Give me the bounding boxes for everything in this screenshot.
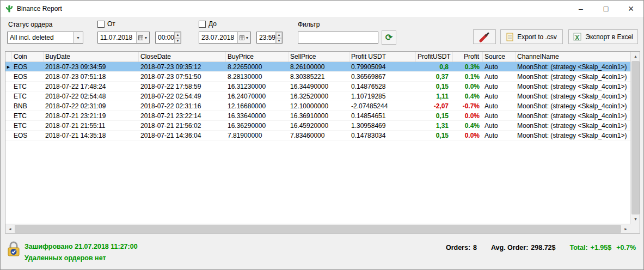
to-date-value: 23.07.2018 (199, 34, 237, 41)
column-header-profitusdt[interactable]: ProfitUSDT (416, 52, 453, 62)
to-checkbox[interactable] (199, 21, 206, 28)
table-row[interactable]: ETC2018-07-21 23:21:192018-07-21 23:22:1… (5, 111, 630, 121)
cell-profitusdt: 0,8 (416, 62, 453, 72)
cell-closedate: 2018-07-22 02:31:16 (139, 101, 226, 111)
cell-sellprice: 16.34490000 (289, 82, 349, 91)
cell-buyprice: 7.81900000 (226, 131, 289, 140)
encrypted-status-text: Зашифровано 21.07.2018 11:27:00 (24, 243, 138, 250)
chevron-down-icon: ▼ (246, 36, 249, 40)
cell-buyprice: 8.28130000 (226, 72, 289, 82)
cell-source: Auto (483, 91, 516, 101)
cell-sellprice: 16.32520000 (289, 91, 349, 101)
cell-closedate: 2018-07-21 21:56:02 (139, 121, 226, 131)
table-row[interactable]: ►EOS2018-07-23 09:34:592018-07-23 09:35:… (5, 62, 630, 72)
cell-source: Auto (483, 82, 516, 91)
cell-profitpct: -0.7% (453, 101, 483, 111)
window-title: Binance Report (17, 5, 62, 13)
close-button[interactable]: × (618, 1, 643, 17)
column-header-source[interactable]: Source (483, 52, 516, 62)
order-status-value: All incl. deleted (8, 34, 73, 41)
cell-profitusdtfull: 0.14876528 (349, 82, 416, 91)
table-row[interactable]: EOS2018-07-23 07:51:182018-07-23 07:51:5… (5, 72, 630, 82)
cell-source: Auto (483, 62, 516, 72)
order-status-combobox[interactable]: All incl. deleted ▼ (7, 32, 83, 44)
export-csv-button[interactable]: Export to .csv (500, 29, 563, 44)
spin-down-icon[interactable]: ▼ (276, 38, 282, 44)
table-row[interactable]: ETC2018-07-22 02:54:482018-07-22 02:54:4… (5, 91, 630, 101)
cell-profitusdt: -2,07 (416, 101, 453, 111)
cell-buyprice: 16.24070000 (226, 91, 289, 101)
cell-channel: MoonShot: (strategy <Skalp_4coin1>) (516, 101, 630, 111)
column-header-profitpct[interactable]: Profit (453, 52, 483, 62)
table-row[interactable]: ETC2018-07-21 21:55:112018-07-21 21:56:0… (5, 121, 630, 131)
scroll-up-icon[interactable]: ▲ (631, 52, 640, 61)
column-header-sellprice[interactable]: SellPrice (289, 52, 349, 62)
cell-profitusdtfull: 0.79905094 (349, 62, 416, 72)
horizontal-scrollbar[interactable]: ◄ ► (5, 224, 630, 233)
spin-up-icon[interactable]: ▲ (276, 32, 282, 38)
grid-inner: CoinBuyDateCloseDateBuyPriceSellPricePro… (5, 52, 630, 224)
cell-channel: MoonShot: (strategy <Skalp_4coin1>) (516, 72, 630, 82)
calendar-dropdown-icon[interactable]: ▼ (136, 32, 149, 43)
chevron-down-icon[interactable]: ▼ (73, 32, 83, 43)
titlebar[interactable]: Binance Report – □ × (1, 1, 643, 17)
statusbar: Зашифровано 21.07.2018 11:27:00 Удаленны… (1, 238, 643, 269)
column-header-buydate[interactable]: BuyDate (44, 52, 139, 62)
cell-closedate: 2018-07-21 14:36:04 (139, 131, 226, 140)
cell-buydate: 2018-07-21 23:21:19 (44, 111, 139, 121)
vertical-scroll-thumb[interactable] (631, 61, 640, 214)
cell-buydate: 2018-07-23 07:51:18 (44, 72, 139, 82)
scroll-right-icon[interactable]: ► (621, 224, 630, 234)
cell-closedate: 2018-07-23 09:35:12 (139, 62, 226, 72)
cell-closedate: 2018-07-21 23:22:14 (139, 111, 226, 121)
column-header-channel[interactable]: ChannelName (516, 52, 630, 62)
table-row[interactable]: BNB2018-07-22 02:31:092018-07-22 02:31:1… (5, 101, 630, 111)
from-checkbox[interactable] (97, 21, 105, 28)
column-header-closedate[interactable]: CloseDate (139, 52, 226, 62)
cell-profitpct: 0.0% (453, 131, 483, 140)
cell-coin: ETC (12, 82, 44, 91)
maximize-button[interactable]: □ (593, 1, 618, 17)
cell-closedate: 2018-07-22 17:58:59 (139, 82, 226, 91)
table-row[interactable]: EOS2018-07-21 14:35:182018-07-21 14:36:0… (5, 131, 630, 140)
column-header-coin[interactable]: Coin (12, 52, 44, 62)
from-time-value: 00:00 (156, 34, 174, 41)
to-time-field[interactable]: 23:59 ▲ ▼ (256, 32, 283, 44)
to-time-spinner[interactable]: ▲ ▼ (275, 32, 282, 43)
column-header-profitusdtfull[interactable]: Profit USDT (349, 52, 416, 62)
from-check-row: От (97, 20, 115, 28)
avg-order: Avg. Order: 298.72$ (491, 244, 556, 251)
spin-up-icon[interactable]: ▲ (175, 32, 181, 38)
spin-down-icon[interactable]: ▼ (175, 38, 181, 44)
cell-profitpct: 0.1% (453, 72, 483, 82)
table-row[interactable]: ETC2018-07-22 17:48:242018-07-22 17:58:5… (5, 82, 630, 91)
cell-buyprice: 8.22650000 (226, 62, 289, 72)
vertical-scrollbar[interactable]: ▲ ▼ (630, 52, 640, 224)
cell-buydate: 2018-07-22 17:48:24 (44, 82, 139, 91)
horizontal-scroll-thumb[interactable] (15, 225, 621, 233)
cell-sellprice: 16.45920000 (289, 121, 349, 131)
cell-sellprice: 8.26100000 (289, 62, 349, 72)
filter-input[interactable] (298, 32, 378, 44)
column-header-buyprice[interactable]: BuyPrice (226, 52, 289, 62)
cell-source: Auto (483, 111, 516, 121)
cell-buyprice: 12.16680000 (226, 101, 289, 111)
from-date-picker[interactable]: 11.07.2018 ▼ (97, 32, 150, 44)
from-time-field[interactable]: 00:00 ▲ ▼ (155, 32, 181, 44)
calendar-dropdown-icon[interactable]: ▼ (237, 32, 250, 43)
scroll-left-icon[interactable]: ◄ (5, 224, 15, 234)
apply-filter-button[interactable]: ⟳ (382, 30, 396, 45)
marker-tool-button[interactable] (473, 29, 496, 44)
cell-buydate: 2018-07-23 09:34:59 (44, 62, 139, 72)
orders-label: Orders: (446, 244, 470, 251)
total-label: Total: (570, 244, 588, 251)
scroll-down-icon[interactable]: ▼ (631, 214, 640, 224)
chevron-down-icon: ▼ (144, 36, 148, 40)
grid-header: CoinBuyDateCloseDateBuyPriceSellPricePro… (5, 52, 630, 62)
to-date-picker[interactable]: 23.07.2018 ▼ (199, 32, 251, 44)
cell-buyprice: 16.31230000 (226, 82, 289, 91)
minimize-button[interactable]: – (568, 1, 593, 17)
from-time-spinner[interactable]: ▲ ▼ (174, 32, 181, 43)
total-value: +1.95$ (591, 244, 612, 251)
export-excel-button[interactable]: X Экспорт в Excel (568, 29, 638, 44)
